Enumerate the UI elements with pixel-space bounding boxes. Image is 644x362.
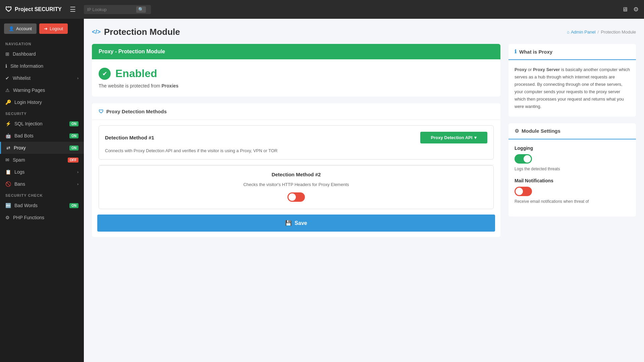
breadcrumb: ⌂ Admin Panel / Protection Module	[567, 29, 636, 35]
module-settings-body: Logging Logs the detected threats	[508, 139, 636, 217]
method2-toggle-knob	[288, 193, 296, 201]
login-history-icon: 🔑	[5, 100, 11, 105]
save-button[interactable]: 💾 Save	[97, 215, 495, 232]
sql-icon: ⚡	[5, 121, 11, 126]
settings-icon[interactable]: ⚙	[633, 6, 639, 13]
site-info-icon: ℹ	[5, 63, 7, 69]
detection-methods-header: 🛡 Proxy Detection Methods	[92, 103, 500, 120]
bans-icon: 🚫	[5, 181, 11, 187]
top-right-icons: 🖥 ⚙	[622, 6, 639, 13]
shield-icon: 🛡	[99, 109, 104, 114]
enabled-section: ✔ Enabled	[99, 67, 494, 80]
proxy-card-header: Proxy - Protection Module	[92, 44, 500, 59]
mail-toggle-wrap[interactable]	[515, 187, 532, 196]
main-area: 👤 Account ➜ Logout NAVIGATION ⊞ Dashboar…	[0, 19, 644, 362]
bad-words-badge: ON	[69, 203, 78, 208]
bans-chevron: ›	[77, 182, 78, 186]
php-icon: ⚙	[5, 215, 10, 220]
proxy-description: Proxy or Proxy Server is basically anoth…	[515, 66, 630, 111]
security-section-label: SECURITY	[0, 108, 84, 118]
whitelist-icon: ✔	[5, 75, 9, 81]
warning-icon: ⚠	[5, 87, 10, 93]
sidebar-item-logs[interactable]: 📋 Logs ›	[0, 166, 84, 178]
mail-label: Mail Notifications	[515, 178, 630, 183]
logs-icon: 📋	[5, 169, 11, 175]
method2-toggle[interactable]	[287, 192, 305, 202]
sidebar-item-dashboard[interactable]: ⊞ Dashboard	[0, 48, 84, 60]
enabled-text: Enabled	[115, 67, 157, 80]
method2-title: Detection Method #2	[105, 172, 487, 177]
sidebar-item-bad-bots[interactable]: 🤖 Bad Bots ON	[0, 130, 84, 142]
search-bar-container: 🔍	[84, 5, 151, 14]
mail-notifications-settings-item: Mail Notifications Receive email notific…	[515, 178, 630, 204]
content-area: </> Protection Module ⌂ Admin Panel / Pr…	[84, 19, 644, 362]
sql-badge: ON	[69, 121, 78, 126]
hamburger-button[interactable]: ☰	[67, 4, 78, 15]
proxy-icon: ⇄	[6, 145, 10, 150]
sidebar-item-bad-words[interactable]: 🔤 Bad Words ON	[0, 199, 84, 212]
search-button[interactable]: 🔍	[136, 6, 146, 13]
logs-chevron: ›	[77, 170, 78, 174]
module-settings-card: ⚙ Module Settings Logging	[508, 123, 636, 217]
nav-section-label: NAVIGATION	[0, 39, 84, 48]
sidebar-item-spam[interactable]: ✉ Spam OFF	[0, 154, 84, 166]
what-is-proxy-card: ℹ What is Proxy Proxy or Proxy Server is…	[508, 44, 636, 117]
proxy-detection-api-button[interactable]: Proxy Detection API ▾	[420, 132, 487, 143]
dashboard-icon: ⊞	[5, 51, 9, 57]
what-is-proxy-header: ℹ What is Proxy	[508, 44, 636, 60]
logout-button[interactable]: ➜ Logout	[39, 23, 68, 34]
proxy-card-body: ✔ Enabled The website is protected from …	[92, 59, 500, 97]
method1-top: Detection Method #1 Proxy Detection API …	[105, 132, 487, 143]
sidebar-item-bans[interactable]: 🚫 Bans ›	[0, 178, 84, 190]
spam-badge: OFF	[68, 158, 78, 163]
enabled-icon: ✔	[99, 68, 111, 80]
sidebar-item-site-information[interactable]: ℹ Site Information	[0, 60, 84, 72]
bad-bots-badge: ON	[69, 133, 78, 138]
page-header: </> Protection Module ⌂ Admin Panel / Pr…	[92, 27, 636, 37]
page-title: Protection Module	[104, 27, 180, 37]
logging-toggle-wrap[interactable]	[515, 154, 532, 164]
side-column: ℹ What is Proxy Proxy or Proxy Server is…	[508, 44, 636, 244]
breadcrumb-separator: /	[598, 29, 599, 35]
sidebar-item-whitelist[interactable]: ✔ Whitelist ›	[0, 72, 84, 84]
brand-name: Project SECURITY	[15, 6, 62, 12]
account-button[interactable]: 👤 Account	[4, 23, 37, 34]
save-icon: 💾	[285, 220, 292, 226]
sidebar-item-sql-injection[interactable]: ⚡ SQL Injection ON	[0, 118, 84, 130]
breadcrumb-current: Protection Module	[601, 29, 636, 35]
detection-methods-card: 🛡 Proxy Detection Methods Detection Meth…	[92, 103, 500, 237]
logging-toggle[interactable]	[515, 154, 532, 164]
info-icon: ℹ	[515, 49, 517, 55]
sidebar-item-php-functions[interactable]: ⚙ PHP Functions	[0, 212, 84, 224]
protected-text: The website is protected from Proxies	[99, 83, 494, 88]
method1-desc: Connects with Proxy Detection API and ve…	[105, 148, 487, 153]
bad-bots-icon: 🤖	[5, 133, 11, 138]
logging-label: Logging	[515, 145, 630, 151]
logging-settings-item: Logging Logs the detected threats	[515, 145, 630, 171]
method2-toggle-wrap[interactable]	[287, 192, 305, 202]
search-input[interactable]	[87, 7, 134, 12]
detection-method-2: Detection Method #2 Checks the visitor's…	[99, 165, 494, 209]
sidebar: 👤 Account ➜ Logout NAVIGATION ⊞ Dashboar…	[0, 19, 84, 362]
page-title-icon: </>	[92, 28, 101, 36]
home-icon: ⌂	[567, 29, 570, 35]
app-wrapper: 🛡 Project SECURITY ☰ 🔍 🖥 ⚙ 👤 Account ➜ L…	[0, 0, 644, 362]
proxy-badge: ON	[69, 145, 78, 150]
detection-method-1: Detection Method #1 Proxy Detection API …	[99, 125, 494, 160]
sidebar-item-login-history[interactable]: 🔑 Login History	[0, 96, 84, 108]
sidebar-item-proxy[interactable]: ⇄ Proxy ON	[0, 142, 84, 154]
mail-desc: Receive email notifications when threat …	[515, 199, 630, 204]
monitor-icon[interactable]: 🖥	[622, 6, 628, 13]
module-settings-header: ⚙ Module Settings	[508, 123, 636, 139]
page-title-area: </> Protection Module	[92, 27, 180, 37]
mail-toggle[interactable]	[515, 187, 532, 196]
brand: 🛡 Project SECURITY	[5, 6, 62, 13]
method2-desc: Checks the visitor's HTTP Headers for Pr…	[105, 182, 487, 187]
proxy-status-card: Proxy - Protection Module ✔ Enabled The …	[92, 44, 500, 97]
user-icon: 👤	[9, 26, 14, 31]
method1-title: Detection Method #1	[105, 135, 154, 140]
sidebar-item-warning-pages[interactable]: ⚠ Warning Pages	[0, 84, 84, 96]
whitelist-chevron: ›	[77, 76, 78, 80]
breadcrumb-home-link[interactable]: ⌂ Admin Panel	[567, 29, 596, 35]
sidebar-top-buttons: 👤 Account ➜ Logout	[0, 19, 84, 39]
